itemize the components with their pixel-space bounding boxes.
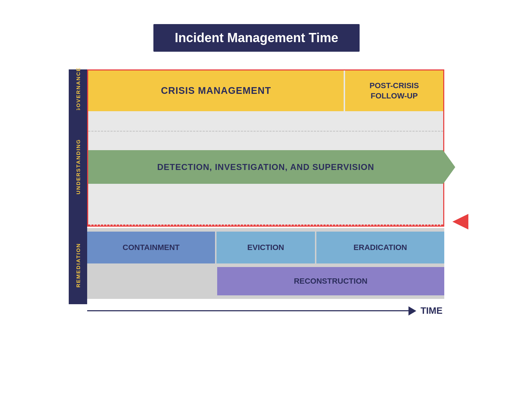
post-crisis-block: POST-CRISIS FOLLOW-UP	[345, 70, 443, 111]
main-container: Incident Management Time GOVERNANCE UNDE…	[44, 24, 469, 396]
time-arrowhead	[408, 306, 416, 316]
red-left-arrow-container	[452, 214, 468, 229]
chart-title: Incident Management Time	[153, 24, 359, 52]
crisis-management-text: CRISIS MANAGEMENT	[161, 85, 271, 96]
crisis-management-block: CRISIS MANAGEMENT	[88, 70, 344, 111]
detection-arrow	[443, 151, 455, 184]
eviction-text: EVICTION	[247, 243, 284, 252]
remediation-top-row: CONTAINMENT EVICTION ERADICATION	[87, 228, 444, 265]
remediation-bottom-row: RECONSTRUCTION	[87, 265, 444, 299]
eradication-block: ERADICATION	[316, 232, 444, 263]
dashed-divider	[88, 131, 443, 132]
chart-area: GOVERNANCE UNDERSTANDING REMEDIATION CRI…	[69, 69, 444, 316]
understanding-label: UNDERSTANDING	[69, 110, 87, 223]
time-line	[87, 310, 408, 311]
gray-upper-area	[88, 111, 443, 150]
time-axis-row: TIME	[87, 299, 444, 316]
governance-understanding-box: CRISIS MANAGEMENT POST-CRISIS FOLLOW-UP …	[87, 69, 444, 227]
gray-spacer	[87, 267, 216, 295]
red-dashed-bottom	[88, 225, 443, 226]
gray-lower-area	[88, 184, 443, 225]
containment-block: CONTAINMENT	[87, 232, 215, 263]
eradication-text: ERADICATION	[354, 243, 407, 252]
label-gap	[69, 223, 87, 226]
reconstruction-text: RECONSTRUCTION	[294, 277, 367, 286]
eviction-block: EVICTION	[216, 232, 315, 263]
remediation-section: CONTAINMENT EVICTION ERADICATION RECONST…	[87, 228, 444, 299]
content-column: CRISIS MANAGEMENT POST-CRISIS FOLLOW-UP …	[87, 69, 444, 316]
crisis-row: CRISIS MANAGEMENT POST-CRISIS FOLLOW-UP	[88, 70, 443, 111]
detection-block: DETECTION, INVESTIGATION, AND SUPERVISIO…	[88, 150, 443, 184]
detection-row: DETECTION, INVESTIGATION, AND SUPERVISIO…	[88, 150, 443, 184]
red-left-arrow	[452, 214, 468, 229]
remediation-label: REMEDIATION	[69, 226, 87, 304]
detection-text: DETECTION, INVESTIGATION, AND SUPERVISIO…	[157, 162, 374, 172]
containment-text: CONTAINMENT	[123, 243, 180, 252]
post-crisis-text: POST-CRISIS FOLLOW-UP	[370, 81, 419, 101]
labels-column: GOVERNANCE UNDERSTANDING REMEDIATION	[69, 69, 87, 316]
time-label: TIME	[421, 305, 442, 316]
reconstruction-block: RECONSTRUCTION	[217, 267, 444, 295]
governance-label: GOVERNANCE	[69, 69, 87, 110]
